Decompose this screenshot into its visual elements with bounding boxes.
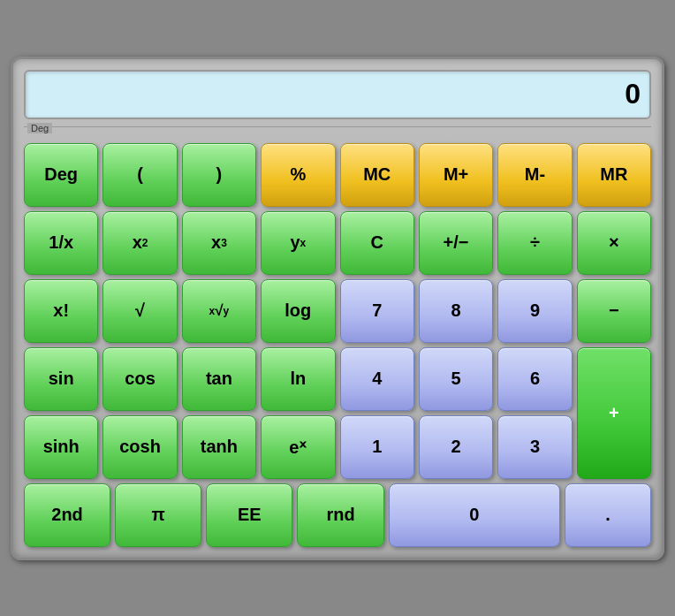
mr-button[interactable]: MR [577, 143, 651, 207]
row-4-5-grid: sincostanln456+sinhcoshtanheˣ123 [24, 347, 651, 479]
nine-button[interactable]: 9 [497, 279, 572, 343]
cos-button[interactable]: cos [102, 347, 177, 411]
factorial-button[interactable]: x! [24, 279, 98, 343]
deg-label: Deg [24, 126, 651, 140]
tan-button[interactable]: tan [182, 347, 256, 411]
m-minus-button[interactable]: M- [497, 143, 572, 207]
open-paren-button[interactable]: ( [102, 143, 177, 207]
sin-button[interactable]: sin [24, 347, 98, 411]
ee-button[interactable]: EE [206, 483, 292, 547]
xrooty-button[interactable]: x√y [182, 279, 256, 343]
calculator: 0 Deg Deg ( ) % MC M+ M- MR 1/x x2 x3 yx… [11, 57, 664, 560]
reciprocal-button[interactable]: 1/x [24, 211, 98, 275]
two-button[interactable]: 2 [419, 415, 493, 479]
cosh-button[interactable]: cosh [102, 415, 177, 479]
row-3: x! √ x√y log 7 8 9 − [24, 279, 651, 343]
row-6: 2nd π EE rnd 0 . [24, 483, 651, 547]
ln-button[interactable]: ln [261, 347, 335, 411]
plus-button[interactable]: + [577, 347, 651, 479]
power-button[interactable]: yx [261, 211, 335, 275]
divide-button[interactable]: ÷ [497, 211, 572, 275]
tanh-button[interactable]: tanh [182, 415, 256, 479]
row-1: Deg ( ) % MC M+ M- MR [24, 143, 651, 207]
close-paren-button[interactable]: ) [182, 143, 256, 207]
five-button[interactable]: 5 [419, 347, 493, 411]
minus-button[interactable]: − [577, 279, 651, 343]
pi-button[interactable]: π [115, 483, 201, 547]
seven-button[interactable]: 7 [340, 279, 414, 343]
multiply-button[interactable]: × [577, 211, 651, 275]
rnd-button[interactable]: rnd [297, 483, 383, 547]
six-button[interactable]: 6 [497, 347, 572, 411]
zero-button[interactable]: 0 [389, 483, 560, 547]
display-value: 0 [625, 78, 641, 110]
three-button[interactable]: 3 [497, 415, 572, 479]
second-button[interactable]: 2nd [24, 483, 110, 547]
cube-button[interactable]: x3 [182, 211, 256, 275]
display: 0 [24, 70, 651, 119]
clear-button[interactable]: C [340, 211, 414, 275]
mc-button[interactable]: MC [340, 143, 414, 207]
row-2: 1/x x2 x3 yx C +/− ÷ × [24, 211, 651, 275]
sqrt-button[interactable]: √ [102, 279, 177, 343]
one-button[interactable]: 1 [340, 415, 414, 479]
square-button[interactable]: x2 [102, 211, 177, 275]
four-button[interactable]: 4 [340, 347, 414, 411]
log-button[interactable]: log [261, 279, 335, 343]
sign-button[interactable]: +/− [419, 211, 493, 275]
button-grid: Deg ( ) % MC M+ M- MR 1/x x2 x3 yx C +/−… [24, 143, 651, 547]
eight-button[interactable]: 8 [419, 279, 493, 343]
exp-button[interactable]: eˣ [261, 415, 335, 479]
deg-button[interactable]: Deg [24, 143, 98, 207]
percent-button[interactable]: % [261, 143, 335, 207]
m-plus-button[interactable]: M+ [419, 143, 493, 207]
sinh-button[interactable]: sinh [24, 415, 98, 479]
decimal-button[interactable]: . [565, 483, 651, 547]
